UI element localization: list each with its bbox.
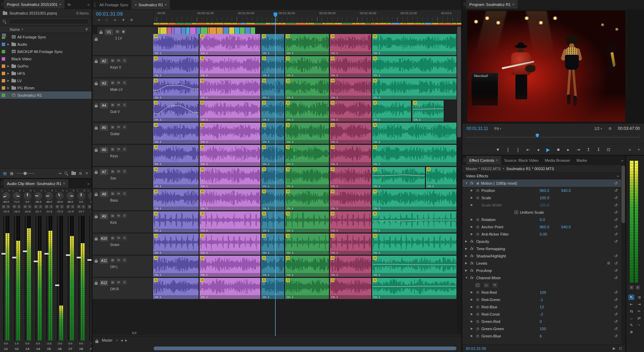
audio-clip[interactable]: fxCh. 1	[261, 167, 285, 188]
audio-clip[interactable]: fxCh. 1	[372, 234, 457, 255]
stopwatch-icon[interactable]: ◷	[476, 196, 480, 200]
column-favorites[interactable]: F	[86, 27, 88, 32]
audio-meters[interactable]	[630, 161, 638, 283]
param-red-blue[interactable]: ▶◷Red-Blue13↺	[462, 303, 621, 310]
fader-track[interactable]	[68, 216, 69, 341]
fx-badge[interactable]: fx	[262, 256, 266, 260]
export-frame-button[interactable]: ⊡	[606, 147, 611, 152]
track-id[interactable]: A10	[100, 236, 108, 241]
fx-badge[interactable]: fx	[373, 256, 377, 260]
playback-resolution-dropdown[interactable]: 1/2 ▾	[594, 126, 602, 131]
param-rotation[interactable]: ▶◷Rotation0.0↺	[462, 216, 621, 223]
audio-clip[interactable]: fxCh. 1	[261, 278, 285, 299]
linked-selection-icon[interactable]: ∞	[113, 18, 118, 22]
mute-button[interactable]: M	[116, 80, 121, 85]
solo-button[interactable]: S	[122, 258, 127, 263]
effect-motion-1080p-reset[interactable]: ▼fx▣Motion ( 1080p reset)↺	[462, 179, 621, 187]
audio-clip[interactable]: fxCh. 1	[372, 34, 457, 55]
fx-badge[interactable]: fx	[373, 79, 377, 82]
step-back-button[interactable]: ◂	[536, 147, 541, 152]
twirl-icon[interactable]: ▶	[471, 298, 474, 301]
solo-button[interactable]: S	[17, 205, 21, 209]
param-position[interactable]: ▶◷Position960.0540.0↺	[462, 187, 621, 194]
effects-vertical-scrollbar[interactable]	[621, 165, 625, 344]
audio-clip[interactable]: fxCh. 1	[153, 256, 199, 277]
audio-clip[interactable]: fxCh. 1	[153, 167, 199, 188]
stopwatch-icon[interactable]: ◷	[476, 188, 480, 192]
twirl-icon[interactable]: ▶	[471, 196, 474, 199]
fx-badge[interactable]: fx	[154, 234, 158, 238]
rate-stretch-tool-icon[interactable]: ⇆	[628, 308, 634, 314]
solo-button[interactable]: S	[122, 125, 127, 130]
track-header-v1[interactable]: V1▤◉1 LV	[97, 27, 158, 49]
param-value[interactable]: 100.0	[540, 203, 549, 207]
solo-button[interactable]: S	[81, 205, 85, 209]
project-item-gopro[interactable]: ▶GoPro	[0, 62, 92, 70]
solo-button[interactable]: S	[122, 191, 127, 196]
mute-button[interactable]: M	[88, 205, 92, 209]
audio-clip[interactable]: fxCh. 1	[330, 56, 372, 77]
search-input[interactable]	[9, 19, 89, 24]
fx-badge[interactable]: fx	[286, 101, 290, 105]
pen-mask-icon[interactable]: ✎	[492, 283, 498, 288]
audio-clip[interactable]: fxCh. 1	[153, 211, 199, 232]
volume-value[interactable]: -2.0	[46, 342, 51, 346]
fx-badge[interactable]: fx	[331, 212, 334, 215]
channel-name[interactable]: A3	[25, 346, 29, 352]
fx-badge[interactable]: fx	[154, 278, 158, 282]
tab-markers[interactable]: Marke	[573, 156, 590, 165]
fx-badge[interactable]: fx	[200, 256, 204, 260]
param-anti-flicker-filter[interactable]: ▶◷Anti-flicker Filter0.00↺	[462, 230, 621, 238]
tab-effect-controls[interactable]: Effect Controls ≡	[466, 156, 501, 165]
fx-badge[interactable]: fx	[331, 34, 334, 38]
reset-icon[interactable]: ↺	[614, 290, 618, 295]
track-settings-icon[interactable]: ▤	[110, 169, 115, 174]
track-id[interactable]: V1	[105, 29, 113, 35]
tab-info[interactable]: In	[64, 0, 74, 9]
lock-icon[interactable]	[95, 127, 98, 130]
pen-tool-icon[interactable]: ✎	[628, 322, 634, 328]
pan-knob[interactable]	[78, 192, 85, 200]
track-id[interactable]: A2	[100, 58, 108, 64]
tab-overflow-icon[interactable]: »	[85, 179, 92, 188]
fx-badge[interactable]: fx	[154, 167, 158, 171]
volume-value[interactable]: 0.0	[68, 342, 72, 346]
snap-icon[interactable]: ∩	[104, 18, 109, 22]
fx-icon[interactable]: fx	[470, 239, 475, 243]
label-chip[interactable]	[2, 50, 5, 53]
fx-badge[interactable]: fx	[373, 145, 377, 149]
track-settings-icon[interactable]: ▤	[110, 258, 115, 263]
find-icon[interactable]	[64, 171, 68, 175]
lock-icon[interactable]	[95, 194, 98, 196]
track-id[interactable]: A9	[100, 213, 108, 219]
panel-grip[interactable]	[463, 158, 466, 162]
audio-clip[interactable]: fxCh. 1	[200, 278, 261, 299]
master-clip-label[interactable]: Master * 00032.MTS	[466, 167, 501, 171]
solo-button[interactable]: S	[28, 205, 32, 209]
track-header-a4[interactable]: A4▤MSGuit V	[93, 100, 153, 122]
fx-badge[interactable]: fx	[373, 234, 377, 238]
add-marker-button[interactable]: ▼	[496, 147, 501, 152]
fx-badge[interactable]: fx	[262, 190, 266, 193]
fx-badge[interactable]: fx	[200, 167, 204, 171]
panel-menu-icon[interactable]: ≡	[63, 182, 65, 185]
solo-button[interactable]: S	[6, 205, 10, 209]
snapshot-icon[interactable]: ⊡	[619, 346, 622, 350]
fader-track[interactable]	[89, 216, 90, 341]
param-red-red[interactable]: ▶◷Red-Red109↺	[462, 289, 621, 296]
audio-clip[interactable]: fxCh. 1	[372, 123, 457, 144]
audio-clip[interactable]: fxCh. 1	[285, 278, 329, 299]
reset-icon[interactable]: ↺	[614, 275, 618, 280]
param-green-green[interactable]: ▶◷Green-Green100↺	[462, 325, 621, 332]
fx-badge[interactable]: fx	[200, 212, 204, 215]
go-to-in-button[interactable]: ⇤	[526, 147, 531, 152]
mute-button[interactable]: M	[45, 205, 49, 209]
ripple-edit-tool-icon[interactable]: ⇤	[628, 301, 634, 307]
more-buttons-button[interactable]: »	[627, 147, 632, 152]
fx-badge[interactable]: fx	[200, 278, 204, 282]
tab-overflow-icon[interactable]: »	[85, 0, 92, 9]
solo-button[interactable]: S	[38, 205, 42, 209]
track-settings-icon[interactable]: ▤	[110, 80, 115, 85]
track-id[interactable]: A8	[100, 191, 108, 197]
audio-clip[interactable]: fxCh. 1	[412, 100, 444, 122]
